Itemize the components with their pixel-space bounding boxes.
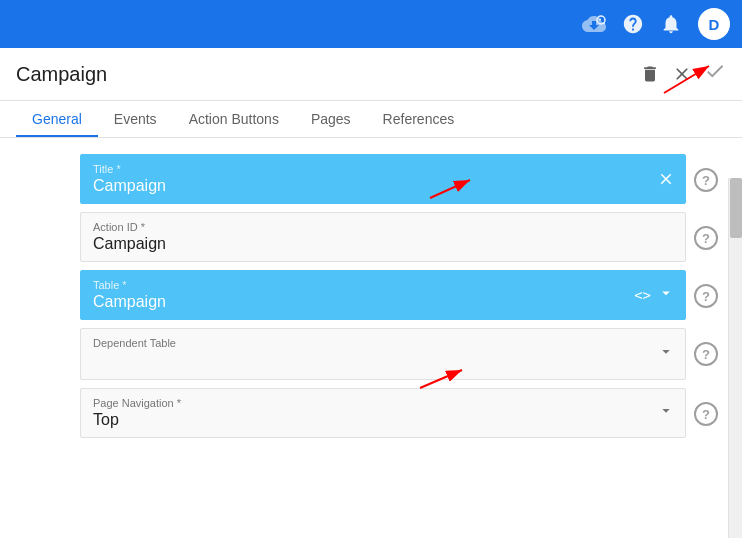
svg-point-1 xyxy=(599,19,601,21)
table-field-actions: <> xyxy=(634,284,675,306)
dependent-table-field-container: Dependent Table xyxy=(80,328,686,380)
dependent-table-help-icon[interactable]: ? xyxy=(694,342,718,366)
table-code-icon[interactable]: <> xyxy=(634,287,651,303)
dependent-table-value xyxy=(93,351,649,371)
user-avatar[interactable]: D xyxy=(698,8,730,40)
table-help-icon[interactable]: ? xyxy=(694,284,718,308)
dependent-table-dropdown-icon[interactable] xyxy=(657,343,675,366)
form-area: Title * Campaign ? Action ID * Campaign xyxy=(0,138,742,538)
dependent-table-field-row: Dependent Table ? xyxy=(80,328,718,380)
dependent-table-field[interactable]: Dependent Table xyxy=(80,328,686,380)
action-id-field[interactable]: Action ID * Campaign xyxy=(80,212,686,262)
table-dropdown-icon[interactable] xyxy=(657,284,675,306)
page-navigation-label: Page Navigation * xyxy=(93,397,649,409)
table-field-container: Table * Campaign <> xyxy=(80,270,686,320)
page-navigation-field-row: Page Navigation * Top ? xyxy=(80,388,718,438)
page-navigation-value: Top xyxy=(93,411,649,429)
tab-action-buttons[interactable]: Action Buttons xyxy=(173,101,295,137)
title-value: Campaign xyxy=(93,177,673,195)
tab-general[interactable]: General xyxy=(16,101,98,137)
table-label: Table * xyxy=(93,279,673,291)
confirm-button[interactable] xyxy=(704,60,726,88)
scrollbar-thumb[interactable] xyxy=(730,178,742,238)
title-label: Title * xyxy=(93,163,673,175)
page-navigation-dropdown-icon[interactable] xyxy=(657,402,675,425)
tab-references[interactable]: References xyxy=(367,101,471,137)
table-field[interactable]: Table * Campaign <> xyxy=(80,270,686,320)
scrollbar-track[interactable] xyxy=(728,178,742,538)
action-id-help-icon[interactable]: ? xyxy=(694,226,718,250)
page-navigation-field-container: Page Navigation * Top xyxy=(80,388,686,438)
close-button[interactable] xyxy=(672,64,692,84)
table-value: Campaign xyxy=(93,293,673,311)
search-cloud-icon[interactable] xyxy=(582,12,606,36)
page-navigation-field[interactable]: Page Navigation * Top xyxy=(80,388,686,438)
table-field-row: Table * Campaign <> ? xyxy=(80,270,718,320)
action-id-field-row: Action ID * Campaign ? xyxy=(80,212,718,262)
top-bar: D xyxy=(0,0,742,48)
title-field[interactable]: Title * Campaign xyxy=(80,154,686,204)
page-navigation-help-icon[interactable]: ? xyxy=(694,402,718,426)
title-field-container: Title * Campaign xyxy=(80,154,686,204)
action-id-field-container: Action ID * Campaign xyxy=(80,212,686,262)
tab-events[interactable]: Events xyxy=(98,101,173,137)
page-title: Campaign xyxy=(16,63,107,98)
tab-pages[interactable]: Pages xyxy=(295,101,367,137)
title-actions xyxy=(640,60,726,100)
title-bar: Campaign xyxy=(0,48,742,101)
bell-icon[interactable] xyxy=(660,13,682,35)
dependent-table-label: Dependent Table xyxy=(93,337,649,349)
title-clear-button[interactable] xyxy=(657,170,675,188)
delete-button[interactable] xyxy=(640,64,660,84)
action-id-value: Campaign xyxy=(93,235,673,253)
action-id-label: Action ID * xyxy=(93,221,673,233)
help-circle-icon[interactable] xyxy=(622,13,644,35)
title-help-icon[interactable]: ? xyxy=(694,168,718,192)
nav-tabs: General Events Action Buttons Pages Refe… xyxy=(0,101,742,138)
title-field-row: Title * Campaign ? xyxy=(80,154,718,204)
main-container: Campaign General Events Action Buttons xyxy=(0,48,742,538)
svg-line-2 xyxy=(603,23,605,25)
